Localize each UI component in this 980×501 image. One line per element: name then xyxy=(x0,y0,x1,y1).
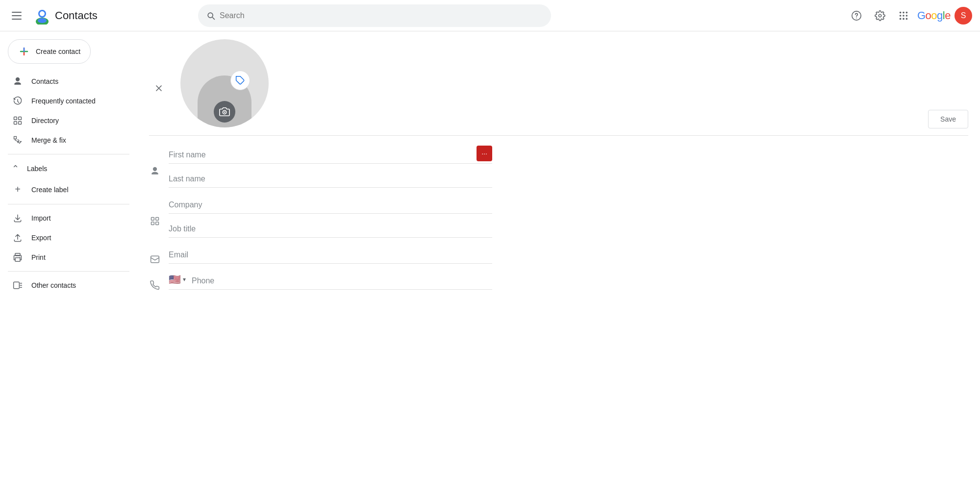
phone-field-icon xyxy=(149,274,161,290)
svg-rect-28 xyxy=(156,222,159,225)
label-tag-button[interactable] xyxy=(230,71,250,90)
dropdown-arrow-icon: ▾ xyxy=(183,276,186,283)
last-name-wrapper xyxy=(169,168,492,188)
sidebar-item-merge-fix[interactable]: Merge & fix xyxy=(0,130,129,150)
more-fields-button[interactable]: ··· xyxy=(477,146,492,161)
sidebar-item-export[interactable]: Export xyxy=(0,228,129,248)
email-row xyxy=(149,244,968,268)
svg-point-14 xyxy=(906,18,908,20)
app-logo: Contacts xyxy=(33,7,98,25)
phone-fields: 🇺🇸 ▾ xyxy=(169,270,492,294)
company-field-icon xyxy=(149,209,161,226)
email-fields xyxy=(169,244,492,268)
svg-rect-25 xyxy=(151,218,154,221)
sidebar-item-frequently-contacted[interactable]: Frequently contacted xyxy=(0,91,129,111)
chevron-up-icon: ⌃ xyxy=(12,163,19,174)
first-name-wrapper: ··· xyxy=(169,144,492,164)
close-button[interactable] xyxy=(149,78,169,98)
contact-form-header: Save xyxy=(137,31,980,135)
last-name-input[interactable] xyxy=(169,168,492,187)
svg-rect-15 xyxy=(14,117,17,120)
print-icon xyxy=(12,252,24,262)
email-input[interactable] xyxy=(169,244,492,263)
email-field-icon xyxy=(149,248,161,264)
import-label: Import xyxy=(31,214,51,222)
search-icon xyxy=(206,11,216,21)
import-icon xyxy=(12,213,24,223)
sidebar-item-contacts[interactable]: Contacts xyxy=(0,72,129,91)
labels-section-header[interactable]: ⌃ Labels xyxy=(0,158,137,179)
create-contact-label: Create contact xyxy=(36,48,80,55)
svg-point-12 xyxy=(900,18,902,20)
apps-button[interactable] xyxy=(894,6,913,25)
svg-point-9 xyxy=(900,15,902,17)
labels-label: Labels xyxy=(27,165,47,173)
svg-rect-27 xyxy=(151,222,154,225)
phone-row: 🇺🇸 ▾ xyxy=(149,270,968,294)
print-label: Print xyxy=(31,253,46,261)
app-title: Contacts xyxy=(55,9,98,22)
export-label: Export xyxy=(31,234,51,242)
form-section: ··· xyxy=(137,136,980,303)
email-wrapper xyxy=(169,244,492,264)
first-name-input[interactable] xyxy=(169,144,473,163)
save-button[interactable]: Save xyxy=(928,110,968,128)
svg-rect-29 xyxy=(151,256,159,262)
company-input[interactable] xyxy=(169,194,492,213)
job-title-input[interactable] xyxy=(169,218,492,237)
create-contact-button[interactable]: Create contact xyxy=(8,39,91,64)
sidebar-item-other-contacts[interactable]: Other contacts xyxy=(0,276,129,295)
menu-button[interactable] xyxy=(8,8,25,24)
contacts-nav-label: Contacts xyxy=(31,77,58,85)
svg-point-21 xyxy=(20,257,21,258)
svg-point-3 xyxy=(38,18,47,23)
svg-rect-17 xyxy=(14,122,17,125)
sidebar-item-print[interactable]: Print xyxy=(0,248,129,267)
other-contacts-label: Other contacts xyxy=(31,281,76,289)
header-right: Google S xyxy=(847,6,972,25)
contacts-logo-icon xyxy=(33,7,51,25)
directory-icon xyxy=(12,116,24,125)
create-label-label: Create label xyxy=(31,186,69,194)
person-icon xyxy=(12,76,24,86)
sidebar-item-directory[interactable]: Directory xyxy=(0,111,129,130)
svg-point-8 xyxy=(906,11,908,13)
help-button[interactable] xyxy=(847,6,866,25)
phone-wrapper: 🇺🇸 ▾ xyxy=(169,270,492,290)
company-row xyxy=(149,194,968,242)
name-fields: ··· xyxy=(169,144,492,192)
main-layout: Create contact Contacts Frequently conta… xyxy=(0,31,980,501)
avatar-area xyxy=(180,39,269,127)
export-icon xyxy=(12,233,24,243)
svg-point-6 xyxy=(900,11,902,13)
sidebar-item-import[interactable]: Import xyxy=(0,208,129,228)
settings-button[interactable] xyxy=(870,6,890,25)
gear-icon xyxy=(875,10,885,21)
search-input[interactable] xyxy=(220,11,543,20)
svg-point-7 xyxy=(903,11,905,13)
svg-rect-20 xyxy=(15,258,20,262)
country-select[interactable]: 🇺🇸 ▾ xyxy=(169,270,186,289)
header-left: Contacts xyxy=(8,7,194,25)
sidebar-item-create-label[interactable]: + Create label xyxy=(0,179,129,200)
other-contacts-icon xyxy=(12,280,24,290)
search-bar[interactable] xyxy=(198,4,551,27)
phone-country-row: 🇺🇸 ▾ xyxy=(169,270,290,289)
google-logo: Google xyxy=(917,9,951,22)
svg-rect-26 xyxy=(156,218,159,221)
svg-point-13 xyxy=(903,18,905,20)
svg-point-24 xyxy=(224,112,226,113)
directory-label: Directory xyxy=(31,117,59,125)
plus-icon xyxy=(18,46,30,57)
sidebar-divider-3 xyxy=(8,271,129,272)
sidebar: Create contact Contacts Frequently conta… xyxy=(0,31,137,501)
change-photo-button[interactable] xyxy=(214,101,235,123)
frequently-contacted-label: Frequently contacted xyxy=(31,97,96,105)
svg-rect-18 xyxy=(19,122,22,125)
phone-input[interactable] xyxy=(190,270,290,289)
person-field-icon xyxy=(149,159,161,176)
user-avatar[interactable]: S xyxy=(955,7,972,25)
company-wrapper xyxy=(169,194,492,214)
merge-icon xyxy=(12,135,24,145)
history-icon xyxy=(12,96,24,106)
